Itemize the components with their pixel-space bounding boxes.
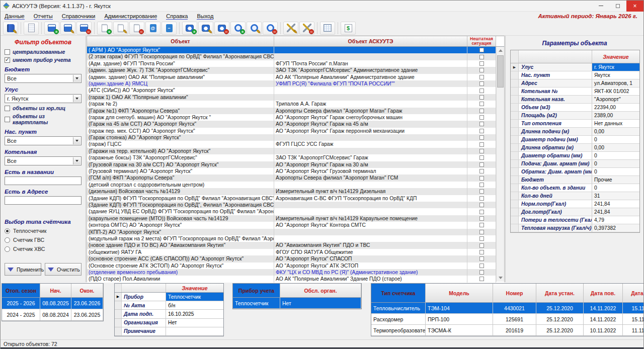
emergency-checkbox[interactable] — [479, 135, 484, 140]
emergency-cell[interactable] — [467, 182, 496, 188]
counter-row[interactable]: Расходомер ПРП-100 125691 25.12.2020 14.… — [371, 314, 643, 325]
askuute-name-cell[interactable]: АО "Авиакомпания Якутия" ПДО и ТВС — [274, 242, 467, 248]
emergency-cell[interactable] — [467, 242, 496, 248]
param-value[interactable]: 0 — [592, 160, 639, 167]
chevron-down-icon[interactable] — [73, 75, 80, 82]
object-name-cell[interactable]: (Гараж стоянка) АО "Аэропорт Якутск" — [87, 134, 274, 141]
param-value[interactable]: ул.Авиаторов, 1 — [592, 79, 639, 87]
meter-type-radio[interactable]: Счетчик ГВС — [5, 237, 82, 243]
meter-org-cell[interactable]: Нет — [280, 298, 361, 308]
emergency-cell[interactable] — [467, 154, 496, 161]
object-row[interactable]: (Здание КДП) ФГУП "Госкорпорация по ОрВД… — [87, 195, 504, 202]
object-name-cell[interactable]: (гараж для снегоуб. машин) АО "Аэропорт … — [87, 114, 274, 121]
param-value[interactable]: Прочие — [592, 176, 639, 184]
emergency-checkbox[interactable] — [479, 149, 484, 153]
name-filter-input[interactable] — [5, 177, 82, 185]
emergency-checkbox[interactable] — [479, 236, 484, 241]
menu-item[interactable]: Отчеты — [34, 13, 53, 20]
askuute-name-cell[interactable]: АО "Аэропорт Якутск" Грузовой терминал — [274, 168, 467, 175]
emergency-checkbox[interactable] — [479, 216, 484, 221]
askuute-name-cell[interactable] — [274, 235, 467, 242]
vertical-scrollbar[interactable] — [496, 47, 504, 282]
param-value[interactable]: 0 — [592, 168, 639, 176]
counter-check-cell[interactable]: 10.11.2022 — [584, 325, 623, 335]
param-row[interactable]: Тип отопления Нет данных — [511, 120, 639, 128]
object-name-cell[interactable]: (ГСМ а/п) ФКП "Аэропорты Севера" — [87, 175, 274, 181]
emergency-cell[interactable] — [467, 108, 496, 114]
emergency-checkbox[interactable] — [479, 230, 484, 234]
askuute-name-cell[interactable] — [274, 208, 467, 215]
askuute-name-cell[interactable]: ФГОУ СПО ЯАТУГА Общежитие — [274, 249, 467, 255]
object-name-cell[interactable]: (модульный гараж на 2 места) ФГУП "Госко… — [87, 235, 274, 242]
object-row[interactable]: ( АРМ ) АО "Аэропорт Якутск" — [87, 47, 504, 53]
object-row[interactable]: (модульный гараж на 2 места) ФГУП "Госко… — [87, 235, 504, 242]
object-name-cell[interactable]: (Адм. здание) ФГУП "Почта России" — [87, 60, 274, 67]
jur-checkbox-row[interactable]: объекты из юр.лиц — [5, 105, 82, 111]
param-row[interactable]: Кол-во дней 31 — [511, 192, 639, 200]
param-row[interactable]: Дог.потр(Гкал) 241,84 — [511, 208, 639, 216]
install-date-header[interactable]: Дата устан. — [536, 284, 584, 303]
object-row[interactable]: (отделение временного пребывания) ФКУ "Ц… — [87, 269, 504, 276]
askuute-name-cell[interactable]: Измерительный пункт в/ч №14129 Караульно… — [274, 215, 467, 222]
emergency-cell[interactable] — [467, 175, 496, 181]
emergency-cell[interactable] — [467, 276, 496, 282]
object-row[interactable]: (Грузовой терминал) АО "Аэропорт Якутск"… — [87, 168, 504, 175]
counter-model-cell[interactable]: ПРП-100 — [426, 314, 493, 324]
param-row[interactable]: Длинна обратки (м) 0,00 — [511, 144, 639, 152]
emergency-cell[interactable] — [467, 263, 496, 269]
askuute-name-cell[interactable] — [274, 94, 467, 101]
radio-icon[interactable] — [5, 228, 10, 234]
emergency-checkbox[interactable] — [479, 61, 484, 66]
param-row[interactable]: Котельная № ЯКТ-КК 01/002 — [511, 88, 639, 96]
emergency-checkbox[interactable] — [479, 162, 484, 167]
askuute-name-cell[interactable] — [274, 87, 467, 94]
param-value[interactable]: 4,79 — [592, 216, 639, 224]
askuute-name-cell[interactable]: Измерительный пункт в/ч №14129 Дизельная — [274, 188, 467, 195]
emergency-checkbox[interactable] — [479, 169, 484, 173]
emergency-checkbox[interactable] — [479, 129, 484, 133]
object-row[interactable]: (Адм. здание) ФГУП "Почта России" ФГУП "… — [87, 60, 504, 67]
askuute-name-cell[interactable]: ЗАО ТЗК "АэропортГСМсервис" Гараж — [274, 154, 467, 161]
edit-calculation-button[interactable]: ✎ — [60, 22, 75, 35]
askuute-name-cell[interactable] — [274, 202, 467, 208]
param-value[interactable]: 0,00 — [592, 144, 639, 151]
object-name-cell[interactable]: (контора ОМТС) АО "Аэропорт Якутск" — [87, 222, 274, 228]
param-row[interactable]: Бюджет Прочие — [511, 176, 639, 184]
param-value[interactable]: г. Якутск — [592, 63, 639, 71]
table-report-button[interactable] — [320, 22, 335, 35]
askuute-name-cell[interactable]: ЗАО ТЗК "АэропортГСМсервис" Администрати… — [274, 67, 467, 73]
object-name-cell[interactable]: (админ. здание Жук. 7) ТЗК "АэропортГСМс… — [87, 67, 274, 73]
emergency-cell[interactable] — [467, 229, 496, 235]
emergency-checkbox[interactable] — [479, 210, 484, 214]
emergency-cell[interactable] — [467, 80, 496, 87]
askuute-name-cell[interactable]: УФМП РС(Я) "Филиала ФГУП "ПОЧТА РОССИИ"" — [274, 80, 467, 87]
emergency-checkbox[interactable] — [479, 68, 484, 72]
scroll-down-button[interactable] — [497, 274, 504, 282]
emergency-cell[interactable] — [467, 74, 496, 80]
journal-book-button[interactable]: ✎ — [3, 22, 18, 35]
object-row[interactable]: (гараж 1) ОАО АК "Полярные авиалинии" — [87, 94, 504, 101]
emergency-cell[interactable] — [467, 269, 496, 276]
askuute-name-cell[interactable]: Аэропорты Севера филиал "Аэропорт Маган"… — [274, 175, 467, 181]
object-name-cell[interactable]: (Гараж №1) ФКП "Аэропорты Севера" — [87, 108, 274, 114]
object-name-cell[interactable]: (Здание КДП) ФГУП "Госкорпорация по ОрВД… — [87, 202, 274, 208]
counter-row[interactable]: Термопреобразователь ТЭСМА-К 201619 25.1… — [371, 325, 643, 336]
object-name-cell[interactable]: (гараж 1) ОАО АК "Полярные авиалинии" — [87, 94, 274, 101]
askuute-name-cell[interactable]: АО "Аэропорт Якутск" Контора СМТС — [274, 222, 467, 228]
object-row[interactable]: (Гараж на 45 а/м ССТ) АО "Аэропорт Якутс… — [87, 121, 504, 127]
kvart-checkbox-row[interactable]: объекты из квартплаты — [5, 113, 82, 125]
menu-item[interactable]: Данные — [5, 13, 25, 20]
counter-next-cell[interactable]: 15.11.20 — [623, 303, 643, 313]
edit-gauge-button[interactable]: ✎ — [247, 22, 262, 35]
act-value[interactable]: б/н — [166, 301, 223, 309]
act-value[interactable]: Теплосчетчик — [166, 293, 223, 301]
object-name-cell[interactable]: (отделение временного пребывания) — [87, 269, 274, 276]
object-row[interactable]: (ГСМ а/п) ФКП "Аэропорты Севера" Аэропор… — [87, 175, 504, 181]
remove-document-button[interactable]: − — [162, 22, 177, 35]
emergency-cell[interactable] — [467, 101, 496, 107]
object-name-cell[interactable]: (Здание КДП) ФГУП "Госкорпорация по ОрВД… — [87, 195, 274, 202]
object-row[interactable]: (гараж № 2) Трипалов А.А. Гараж — [87, 101, 504, 107]
act-value[interactable]: 16.10.2025 — [166, 310, 223, 318]
askuute-name-cell[interactable]: АО "Аэропорт Якутск" СПАСОП — [274, 255, 467, 262]
param-value[interactable]: 0 — [592, 184, 639, 192]
